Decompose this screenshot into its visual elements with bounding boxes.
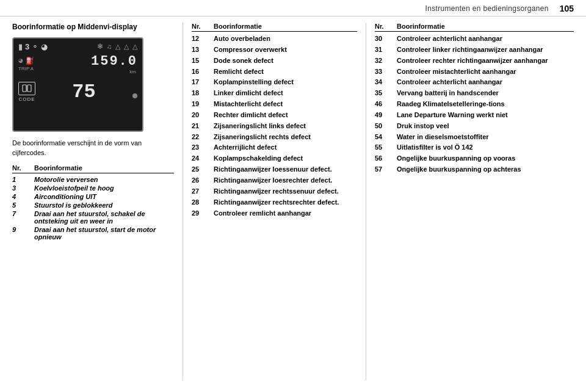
row-nr: 5 [12, 201, 29, 209]
data-row: 12Auto overbeladen [192, 34, 357, 43]
row-info: Zijsaneringslicht links defect [214, 122, 357, 131]
display-mid-row: ◕ ⛽ TRIP A 159.0 km [18, 54, 137, 74]
data-row: 28Richtingaanwijzer rechtsrechter defect… [192, 198, 357, 207]
row-info: Water in dieselsmoetstoffiter [397, 132, 574, 142]
right-col-nr-header: Nr. [375, 23, 392, 30]
row-nr: 21 [192, 122, 209, 131]
display-top-row: ▮ 3 ⚬ ◕ ❄ ♫ △ △ △ [18, 42, 137, 51]
fuel-icon: ⛽ [26, 57, 34, 65]
data-row: 15Dode sonek defect [192, 56, 357, 65]
mid-table: Nr. Boorinformatie 12Auto overbeladen13C… [192, 23, 357, 217]
row-nr: 46 [375, 100, 392, 109]
row-info: Remlicht defect [214, 67, 357, 76]
data-row: 20Rechter dimlicht defect [192, 111, 357, 120]
music-icon: ♫ [107, 43, 112, 50]
data-row: 18Linker dimlicht defect [192, 89, 357, 98]
data-row: 49Lane Departure Warning werkt niet [375, 111, 574, 120]
page-number: 105 [560, 4, 574, 13]
display-dot [132, 93, 137, 98]
row-nr: 1 [12, 176, 29, 183]
display-number: 75 [72, 81, 95, 103]
row-info: Compressor overwerkt [214, 45, 357, 54]
row-info: Koplampschakelding defect [214, 154, 357, 163]
row-nr: 29 [192, 209, 209, 218]
data-row: 34Controleer achterlicht aanhangar [375, 78, 574, 87]
row-nr: 33 [375, 67, 392, 76]
row-nr: 34 [375, 78, 392, 87]
left-col-info-header: Boorinformatie [34, 164, 174, 172]
svg-rect-1 [27, 85, 31, 92]
desc-text: De boorinformatie verschijnt in de vorm … [12, 138, 174, 158]
row-nr: 30 [375, 34, 392, 43]
row-info: Controleer remlicht aanhangar [214, 209, 357, 218]
svg-rect-0 [23, 85, 26, 92]
left-col-nr-header: Nr. [12, 164, 29, 172]
data-row: 35Vervang batterij in handscender [375, 89, 574, 98]
row-nr: 31 [375, 45, 392, 54]
display-icons-right: ❄ ♫ △ △ △ [97, 42, 137, 51]
row-nr: 22 [192, 132, 209, 142]
data-row: 19Mistachterlicht defect [192, 100, 357, 109]
row-info: Dode sonek defect [214, 56, 357, 65]
row-nr: 32 [375, 56, 392, 65]
data-row: 26Richtingaanwijzer loesrechter defect. [192, 176, 357, 185]
row-info: Controleer linker richtingaanwijzer aanh… [397, 45, 574, 54]
row-info: Controleer mistachterlicht aanhangar [397, 67, 574, 76]
row-info: Koelvloeistofpeil te hoog [34, 184, 174, 192]
row-nr: 7 [12, 210, 29, 225]
page-header: Instrumenten en bedieningsorganen 105 [0, 0, 586, 16]
row-nr: 3 [12, 184, 29, 192]
table-row: 3Koelvloeistofpeil te hoog [12, 184, 174, 192]
data-row: 55Uitlatisfilter is vol Ö 142 [375, 143, 574, 152]
row-nr: 18 [192, 89, 209, 98]
table-row: 1Motorolie verversen [12, 176, 174, 183]
right-table: Nr. Boorinformatie 30Controleer achterli… [375, 23, 574, 174]
row-info: Ongelijke buurkuspanning op achteras [397, 165, 574, 174]
row-nr: 12 [192, 34, 209, 43]
row-info: Koplampinstelling defect [214, 78, 357, 87]
row-info: Draai aan het stuurstol, schakel de onts… [34, 210, 174, 225]
section-title: Boorinformatie op Middenvi-display [12, 23, 174, 32]
signal-icon: △ [115, 43, 120, 51]
data-row: 50Druk instop veel [375, 122, 574, 131]
left-table-body: 1Motorolie verversen3Koelvloeistofpeil t… [12, 176, 174, 241]
display-bottom-row: CODE 75 [18, 81, 137, 103]
data-row: 31Controleer linker richtingaanwijzer aa… [375, 45, 574, 54]
row-nr: 23 [192, 143, 209, 152]
data-row: 32Controleer rechter richtingaanwijzer a… [375, 56, 574, 65]
row-info: Controleer achterlicht aanhangar [397, 78, 574, 87]
mid-column: Nr. Boorinformatie 12Auto overbeladen13C… [183, 23, 366, 380]
number-3-icon: 3 [25, 42, 29, 51]
row-nr: 26 [192, 176, 209, 185]
data-row: 25Richtingaanwijzer loessenuur defect. [192, 165, 357, 174]
table-row: 9Draai aan het stuurstol, start de motor… [12, 226, 174, 241]
row-info: Richtingaanwijzer loesrechter defect. [214, 176, 357, 185]
row-nr: 25 [192, 165, 209, 174]
row-nr: 35 [375, 89, 392, 98]
row-info: Richtingaanwijzer rechtssenuur defect. [214, 187, 357, 196]
row-info: Controleer achterlicht aanhangar [397, 34, 574, 43]
row-nr: 57 [375, 165, 392, 174]
speed-display: 159.0 km [91, 54, 137, 74]
data-row: 30Controleer achterlicht aanhangar [375, 34, 574, 43]
book-icon [18, 82, 35, 95]
row-info: Uitlatisfilter is vol Ö 142 [397, 143, 574, 152]
data-row: 29Controleer remlicht aanhangar [192, 209, 357, 218]
table-row: 4Airconditioning UIT [12, 193, 174, 200]
person-icon: ⚬ [32, 42, 38, 51]
data-row: 13Compressor overwerkt [192, 45, 357, 54]
right-table-header: Nr. Boorinformatie [375, 23, 574, 32]
mid-table-body: 12Auto overbeladen13Compressor overwerkt… [192, 34, 357, 217]
header-title: Instrumenten en bedieningsorganen [425, 4, 549, 13]
row-nr: 56 [375, 154, 392, 163]
km-label: km [129, 69, 136, 74]
data-row: 23Achterrijlicht defect [192, 143, 357, 152]
display-icons-left: ▮ 3 ⚬ ◕ [18, 42, 48, 51]
data-row: 54Water in dieselsmoetstoffiter [375, 132, 574, 142]
row-nr: 27 [192, 187, 209, 196]
signal3-icon: △ [132, 43, 137, 51]
data-row: 22Zijsaneringslicht rechts defect [192, 132, 357, 142]
row-info: Auto overbeladen [214, 34, 357, 43]
row-nr: 50 [375, 122, 392, 131]
row-info: Richtingaanwijzer loessenuur defect. [214, 165, 357, 174]
